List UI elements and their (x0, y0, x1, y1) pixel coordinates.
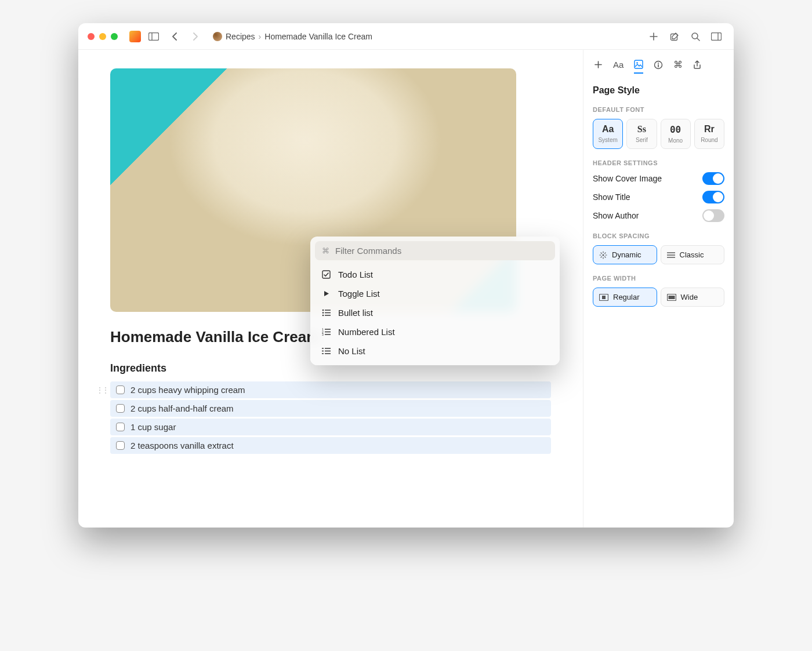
checkbox-icon[interactable] (116, 423, 125, 431)
font-label: Round (697, 137, 722, 143)
svg-point-12 (322, 315, 324, 317)
palette-item-numbered-list[interactable]: 123 Numbered List (315, 322, 555, 341)
toggle-sidebar-button[interactable] (146, 28, 162, 45)
palette-item-toggle-list[interactable]: Toggle List (315, 284, 555, 303)
todo-item[interactable]: 1 cup sugar (110, 419, 551, 435)
minimize-icon[interactable] (99, 33, 106, 40)
toggle-triangle-icon (321, 290, 331, 297)
font-chip-mono[interactable]: 00 Mono (661, 119, 691, 149)
search-button[interactable] (687, 28, 704, 45)
breadcrumb-current[interactable]: Homemade Vanilla Ice Cream (264, 32, 372, 41)
tab-info[interactable] (654, 60, 663, 73)
checkbox-icon[interactable] (116, 404, 125, 413)
toggle-show-author[interactable] (702, 209, 724, 222)
lines-icon (667, 252, 675, 259)
tab-share[interactable] (693, 60, 701, 73)
nav-back-button[interactable] (166, 28, 183, 45)
tab-shortcuts[interactable]: ⌘ (673, 59, 683, 74)
toggle-show-cover-image[interactable] (702, 172, 724, 185)
info-icon (654, 60, 663, 70)
svg-point-31 (603, 254, 604, 256)
compose-icon (670, 32, 679, 41)
chevron-left-icon (172, 32, 177, 41)
svg-point-27 (637, 62, 639, 64)
bullet-list-icon (321, 309, 331, 317)
command-key-icon: ⌘ (322, 246, 329, 255)
font-label: System (596, 137, 620, 143)
tab-typography[interactable]: Aa (613, 60, 624, 73)
palette-item-label: Todo List (338, 270, 373, 279)
close-icon[interactable] (88, 33, 95, 40)
font-label: Mono (664, 137, 688, 144)
width-regular-button[interactable]: Regular (593, 288, 657, 307)
seg-label: Classic (680, 250, 704, 259)
editor-content: Homemade Vanilla Ice Cream Ingredients 2… (78, 50, 583, 528)
svg-rect-0 (149, 32, 159, 40)
titlebar: Recipes › Homemade Vanilla Ice Cream (78, 23, 734, 50)
todo-item[interactable]: 2 teaspoons vanilla extract (110, 437, 551, 454)
spacing-classic-button[interactable]: Classic (661, 245, 725, 264)
tab-add[interactable] (594, 60, 603, 72)
width-wide-button[interactable]: Wide (661, 288, 725, 307)
compose-button[interactable] (666, 28, 683, 45)
svg-text:3: 3 (322, 333, 324, 336)
maximize-icon[interactable] (111, 33, 118, 40)
font-chip-serif[interactable]: Ss Serif (626, 119, 657, 149)
cookie-icon (213, 32, 222, 41)
font-glyph: Aa (596, 124, 620, 134)
palette-item-label: Toggle List (338, 289, 380, 299)
checkbox-icon[interactable] (116, 385, 125, 394)
app-icon (129, 31, 141, 42)
palette-item-label: No List (338, 346, 365, 356)
font-chip-round[interactable]: Rr Round (694, 119, 724, 149)
share-icon (693, 60, 701, 70)
font-selector: Aa System Ss Serif 00 Mono Rr Round (593, 119, 724, 149)
sidebar-icon (148, 32, 159, 41)
no-list-icon (321, 347, 331, 355)
svg-rect-7 (322, 271, 330, 278)
command-search-input[interactable] (335, 246, 548, 256)
checkbox-checked-icon (321, 270, 331, 279)
tab-page-style[interactable] (634, 60, 643, 74)
todo-item[interactable]: 2 cups half-and-half cream (110, 400, 551, 417)
svg-rect-36 (602, 296, 606, 299)
sparkle-icon (599, 251, 607, 259)
todo-text[interactable]: 2 cups heavy whipping cream (130, 385, 245, 395)
palette-item-label: Bullet list (338, 308, 373, 318)
svg-rect-26 (635, 60, 643, 68)
toggle-inspector-button[interactable] (708, 28, 724, 45)
font-glyph: 00 (664, 124, 688, 135)
setting-show-author: Show Author (593, 209, 724, 222)
window-controls (88, 33, 118, 40)
nav-forward-button[interactable] (187, 28, 204, 45)
palette-item-bullet-list[interactable]: Bullet list (315, 303, 555, 322)
breadcrumb-separator-icon: › (259, 32, 262, 41)
setting-show-title: Show Title (593, 191, 724, 203)
breadcrumb-parent[interactable]: Recipes (226, 32, 255, 41)
svg-point-8 (322, 310, 324, 311)
toggle-show-title[interactable] (702, 191, 724, 203)
seg-label: Dynamic (612, 250, 641, 259)
checkbox-icon[interactable] (116, 441, 125, 450)
palette-item-todo-list[interactable]: Todo List (315, 265, 555, 284)
palette-item-no-list[interactable]: No List (315, 341, 555, 361)
font-chip-system[interactable]: Aa System (593, 119, 623, 149)
spacing-dynamic-button[interactable]: Dynamic (593, 245, 657, 264)
new-page-button[interactable] (646, 28, 662, 45)
label-header-settings: HEADER SETTINGS (593, 159, 724, 166)
todo-text[interactable]: 2 teaspoons vanilla extract (130, 441, 234, 450)
todo-list: 2 cups heavy whipping cream 2 cups half-… (110, 381, 551, 454)
font-glyph: Rr (697, 124, 722, 134)
inspector-tabs: Aa ⌘ (593, 59, 724, 74)
setting-show-cover-image: Show Cover Image (593, 172, 724, 185)
svg-rect-38 (668, 296, 675, 299)
label-block-spacing: BLOCK SPACING (593, 232, 724, 239)
command-search[interactable]: ⌘ (315, 241, 555, 260)
app-window: Recipes › Homemade Vanilla Ice Cream (78, 23, 734, 528)
todo-text[interactable]: 2 cups half-and-half cream (130, 403, 234, 413)
todo-text[interactable]: 1 cup sugar (130, 422, 176, 432)
panel-right-icon (711, 32, 722, 41)
setting-label: Show Title (593, 192, 630, 202)
command-palette: ⌘ Todo List Toggle List (310, 237, 560, 365)
todo-item[interactable]: 2 cups heavy whipping cream (110, 381, 551, 398)
